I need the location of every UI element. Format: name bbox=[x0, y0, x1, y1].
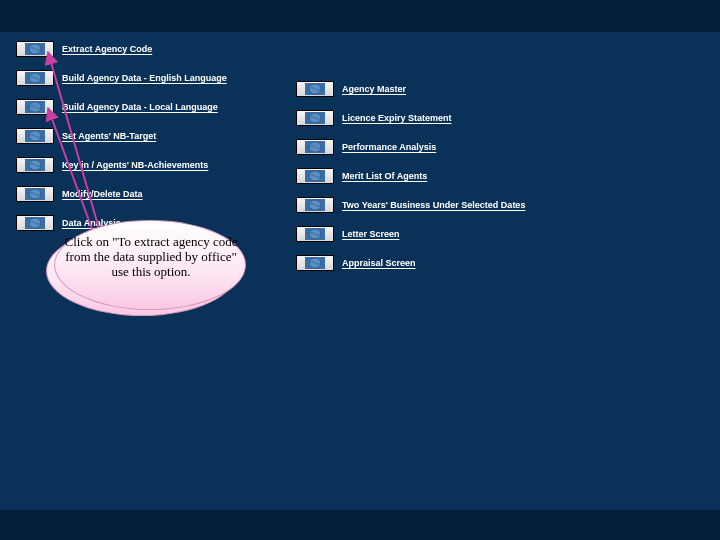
globe-icon bbox=[296, 255, 334, 271]
menu-label: Key in / Agents' NB-Achievements bbox=[62, 160, 208, 171]
menu-label: Agency Master bbox=[342, 84, 406, 95]
title-bar bbox=[0, 0, 720, 32]
menu-label: Modify/Delete Data bbox=[62, 189, 143, 200]
status-bar bbox=[0, 510, 720, 540]
menu-label: Appraisal Screen bbox=[342, 258, 416, 269]
instruction-callout: Click on "To extract agency code from th… bbox=[46, 220, 236, 320]
globe-icon bbox=[296, 226, 334, 242]
globe-icon bbox=[296, 139, 334, 155]
menu-label: Two Years' Business Under Selected Dates bbox=[342, 200, 525, 211]
globe-icon bbox=[16, 186, 54, 202]
callout-text: Click on "To extract agency code from th… bbox=[60, 234, 242, 279]
menu-label: Letter Screen bbox=[342, 229, 400, 240]
menu-item-merit-list[interactable]: Merit List Of Agents bbox=[296, 167, 596, 185]
menu-item-build-agency-english[interactable]: Build Agency Data - English Language bbox=[16, 69, 296, 87]
menu-item-extract-agency-code[interactable]: Extract Agency Code bbox=[16, 40, 296, 58]
menu-item-agency-master[interactable]: Agency Master bbox=[296, 80, 596, 98]
globe-icon bbox=[16, 70, 54, 86]
menu-label: Performance Analysis bbox=[342, 142, 436, 153]
globe-icon bbox=[296, 110, 334, 126]
globe-icon bbox=[16, 41, 54, 57]
globe-icon bbox=[16, 128, 54, 144]
menu-item-modify-delete-data[interactable]: Modify/Delete Data bbox=[16, 185, 296, 203]
menu-label: Set Agents' NB-Target bbox=[62, 131, 156, 142]
globe-icon bbox=[296, 197, 334, 213]
globe-icon bbox=[296, 168, 334, 184]
menu-label: Build Agency Data - English Language bbox=[62, 73, 227, 84]
menu-label: Licence Expiry Statement bbox=[342, 113, 452, 124]
menu-item-performance-analysis[interactable]: Performance Analysis bbox=[296, 138, 596, 156]
globe-icon bbox=[16, 157, 54, 173]
menu-item-licence-expiry[interactable]: Licence Expiry Statement bbox=[296, 109, 596, 127]
menu-item-build-agency-local[interactable]: Build Agency Data - Local Language bbox=[16, 98, 296, 116]
menu-item-appraisal-screen[interactable]: Appraisal Screen bbox=[296, 254, 596, 272]
menu-item-set-agents-nb-target[interactable]: Set Agents' NB-Target bbox=[16, 127, 296, 145]
globe-icon bbox=[16, 99, 54, 115]
menu-item-two-years-business[interactable]: Two Years' Business Under Selected Dates bbox=[296, 196, 596, 214]
menu-item-key-in-nb-achievements[interactable]: Key in / Agents' NB-Achievements bbox=[16, 156, 296, 174]
right-menu: Agency Master Licence Expiry Statement P… bbox=[296, 40, 596, 283]
menu-item-letter-screen[interactable]: Letter Screen bbox=[296, 225, 596, 243]
menu-label: Build Agency Data - Local Language bbox=[62, 102, 218, 113]
menu-label: Merit List Of Agents bbox=[342, 171, 427, 182]
globe-icon bbox=[296, 81, 334, 97]
menu-label: Extract Agency Code bbox=[62, 44, 152, 55]
